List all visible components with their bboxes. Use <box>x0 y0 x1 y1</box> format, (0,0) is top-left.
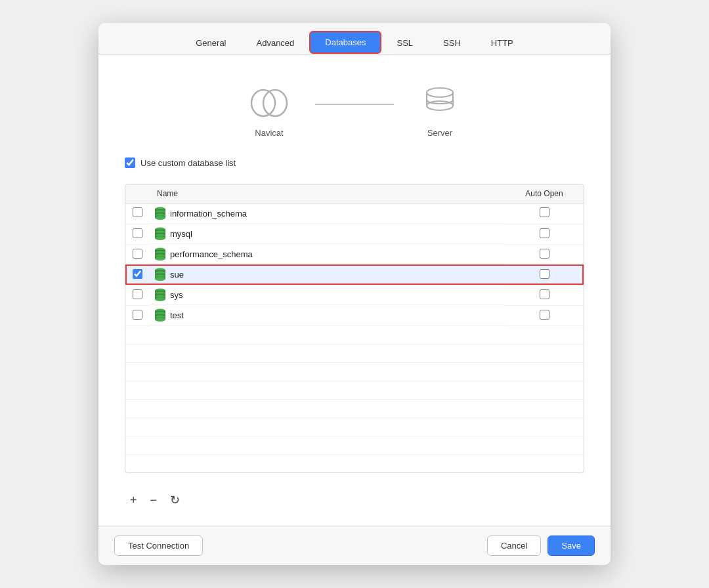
database-icon <box>154 227 166 240</box>
server-icon <box>420 83 460 123</box>
name-column-header: Name <box>149 184 505 203</box>
row-auto-open-cell <box>505 264 584 285</box>
connection-graphic: Navicat Server <box>125 70 584 144</box>
tab-bar: General Advanced Databases SSL SSH HTTP <box>98 23 611 54</box>
database-icon <box>154 288 166 301</box>
empty-row <box>125 399 584 417</box>
tab-http[interactable]: HTTP <box>476 32 528 54</box>
auto-open-checkbox[interactable] <box>540 249 549 259</box>
database-table: Name Auto Open information_schemamysqlpe… <box>125 184 584 472</box>
table-header-row: Name Auto Open <box>125 184 584 203</box>
row-checkbox[interactable] <box>133 310 142 320</box>
auto-open-checkbox[interactable] <box>540 289 549 299</box>
svg-point-10 <box>155 216 165 220</box>
row-checkbox[interactable] <box>133 228 142 238</box>
empty-row <box>125 326 584 344</box>
auto-open-checkbox[interactable] <box>540 228 549 238</box>
test-connection-button[interactable]: Test Connection <box>114 536 203 556</box>
server-label: Server <box>427 128 452 138</box>
empty-row <box>125 436 584 454</box>
row-auto-open-cell <box>505 224 584 244</box>
row-checkbox[interactable] <box>133 269 142 279</box>
row-name-cell: mysql <box>149 224 505 244</box>
refresh-button[interactable]: ↻ <box>167 493 183 507</box>
row-auto-open-cell <box>505 285 584 305</box>
table-row[interactable]: information_schema <box>125 203 584 224</box>
row-name-cell: sue <box>149 264 505 285</box>
tab-databases[interactable]: Databases <box>309 31 381 54</box>
row-name-text: sue <box>170 270 184 280</box>
auto-open-checkbox[interactable] <box>540 207 549 217</box>
svg-point-31 <box>155 277 165 281</box>
row-name-text: performance_schema <box>170 249 253 259</box>
row-select-cell <box>125 203 149 224</box>
row-name-text: sys <box>170 290 183 300</box>
save-button[interactable]: Save <box>548 536 595 556</box>
auto-open-column-header: Auto Open <box>505 184 584 203</box>
row-checkbox[interactable] <box>133 207 142 217</box>
row-select-cell <box>125 264 149 285</box>
server-graphic: Server <box>420 83 460 138</box>
row-checkbox[interactable] <box>133 289 142 299</box>
auto-open-checkbox[interactable] <box>540 310 549 320</box>
row-name-text: information_schema <box>170 209 247 219</box>
empty-row <box>125 362 584 381</box>
use-custom-db-row: Use custom database list <box>125 158 584 168</box>
empty-row <box>125 454 584 472</box>
table-toolbar: + − ↻ <box>125 486 584 510</box>
row-auto-open-cell <box>505 305 584 326</box>
row-name-cell: test <box>149 305 505 326</box>
add-button[interactable]: + <box>127 493 140 507</box>
row-select-cell <box>125 285 149 305</box>
navicat-icon <box>249 83 289 123</box>
row-auto-open-cell <box>505 244 584 264</box>
tab-ssl[interactable]: SSL <box>381 32 428 54</box>
row-name-text: test <box>170 310 184 320</box>
svg-point-2 <box>427 88 453 97</box>
use-custom-db-checkbox[interactable] <box>125 158 135 168</box>
database-icon <box>154 247 166 261</box>
select-all-header <box>125 184 149 203</box>
table-row[interactable]: performance_schema <box>125 244 584 264</box>
content-area: Navicat Server Use <box>98 54 611 526</box>
footer-right-buttons: Cancel Save <box>487 536 595 556</box>
footer: Test Connection Cancel Save <box>98 526 611 565</box>
table-row[interactable]: mysql <box>125 224 584 244</box>
connector-line <box>315 104 394 105</box>
row-select-cell <box>125 305 149 326</box>
navicat-label: Navicat <box>255 128 283 138</box>
row-name-cell: performance_schema <box>149 244 505 264</box>
table-row[interactable]: sue <box>125 264 584 285</box>
svg-point-45 <box>155 318 165 322</box>
tab-advanced[interactable]: Advanced <box>242 32 310 54</box>
database-icon <box>154 268 166 281</box>
cancel-button[interactable]: Cancel <box>487 536 541 556</box>
svg-point-17 <box>155 236 165 240</box>
empty-row <box>125 344 584 362</box>
database-icon <box>154 308 166 322</box>
empty-row <box>125 417 584 436</box>
database-table-container: Name Auto Open information_schemamysqlpe… <box>125 184 584 473</box>
table-row[interactable]: sys <box>125 285 584 305</box>
navicat-graphic: Navicat <box>249 83 289 138</box>
use-custom-db-label[interactable]: Use custom database list <box>140 158 236 168</box>
row-name-cell: information_schema <box>149 203 505 224</box>
svg-point-24 <box>155 257 165 261</box>
svg-point-38 <box>155 297 165 301</box>
remove-button[interactable]: − <box>148 493 160 507</box>
auto-open-checkbox[interactable] <box>540 269 549 279</box>
tab-general[interactable]: General <box>181 32 241 54</box>
row-select-cell <box>125 224 149 244</box>
row-auto-open-cell <box>505 203 584 224</box>
database-icon <box>154 207 166 220</box>
empty-row <box>125 381 584 399</box>
tab-ssh[interactable]: SSH <box>428 32 476 54</box>
dialog-window: General Advanced Databases SSL SSH HTTP <box>98 23 611 565</box>
row-name-cell: sys <box>149 285 505 305</box>
table-row[interactable]: test <box>125 305 584 326</box>
row-checkbox[interactable] <box>133 249 142 259</box>
row-name-text: mysql <box>170 229 192 239</box>
row-select-cell <box>125 244 149 264</box>
